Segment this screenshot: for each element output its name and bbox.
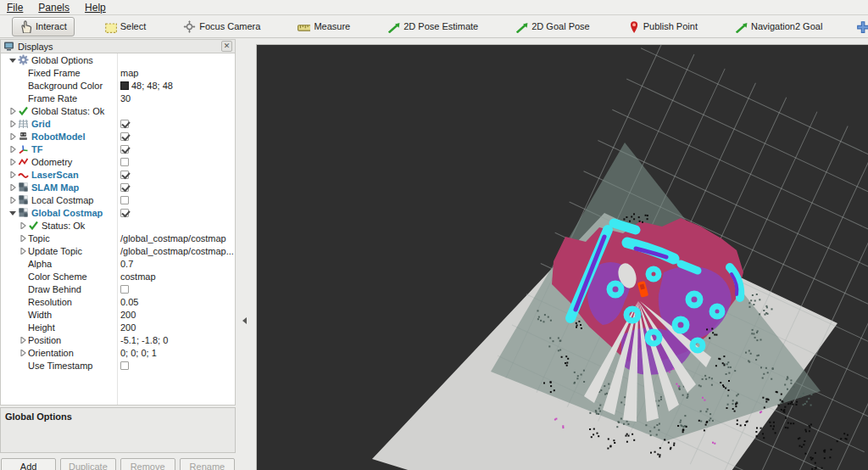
property-value[interactable]: 200	[120, 322, 136, 333]
tree-row-odometry[interactable]: Odometry	[1, 155, 235, 168]
menu-help[interactable]: Help	[85, 2, 106, 14]
tree-row-status-ok[interactable]: Status: Ok	[1, 219, 235, 232]
tool-select[interactable]: Select	[97, 17, 154, 36]
pose-arrow-icon	[735, 20, 748, 33]
property-value[interactable]	[120, 132, 129, 141]
tree-row-slam-map[interactable]: SLAM Map	[1, 181, 235, 193]
tool-measure[interactable]: Measure	[290, 17, 358, 36]
property-value[interactable]	[120, 183, 129, 192]
3d-viewport[interactable]	[256, 44, 868, 470]
tree-row-topic[interactable]: Topic/global_costmap/costmap	[1, 232, 235, 244]
property-value[interactable]: map	[120, 68, 138, 78]
property-value[interactable]	[120, 209, 129, 217]
checkbox-unchecked[interactable]	[120, 361, 129, 370]
checkbox-unchecked[interactable]	[120, 285, 129, 294]
rename-button[interactable]: Rename	[180, 458, 235, 470]
collapse-panel-icon[interactable]	[242, 317, 247, 324]
value-text: 0; 0; 0; 1	[120, 348, 157, 358]
tree-row-background-color[interactable]: Background Color48; 48; 48	[1, 79, 235, 92]
tool-navigation2-goal[interactable]: Navigation2 Goal	[727, 17, 830, 36]
property-value[interactable]: 30	[120, 93, 131, 104]
checkbox-checked[interactable]	[120, 209, 129, 217]
tree-row-laserscan[interactable]: LaserScan	[1, 168, 235, 181]
tree-row-global-costmap[interactable]: Global Costmap	[1, 206, 235, 219]
property-value[interactable]: /global_costmap/costmap...	[120, 246, 234, 256]
checkbox-checked[interactable]	[120, 183, 129, 192]
checkbox-unchecked[interactable]	[120, 158, 129, 166]
tree-row-draw-behind[interactable]: Draw Behind	[1, 283, 235, 295]
property-value[interactable]: 0.05	[120, 297, 138, 307]
tree-row-width[interactable]: Width200	[1, 308, 235, 321]
expander-closed-icon[interactable]	[8, 120, 18, 127]
expander-closed-icon[interactable]	[8, 146, 18, 153]
laserscan-icon	[18, 169, 29, 180]
tree-row-color-scheme[interactable]: Color Schemecostmap	[1, 270, 235, 283]
property-value[interactable]	[120, 145, 129, 154]
color-swatch	[120, 81, 129, 90]
property-value[interactable]: 200	[120, 310, 136, 320]
checkbox-checked[interactable]	[120, 145, 129, 154]
map-icon	[18, 194, 29, 205]
tree-row-position[interactable]: Position-5.1; -1.8; 0	[1, 333, 235, 346]
tree-row-global-status-ok[interactable]: Global Status: Ok	[1, 104, 235, 117]
property-value[interactable]: 0; 0; 0; 1	[120, 348, 157, 358]
checkbox-unchecked[interactable]	[120, 196, 129, 204]
tool-2d-pose-estimate[interactable]: 2D Pose Estimate	[380, 17, 486, 36]
expander-open-icon[interactable]	[8, 210, 18, 216]
add-button[interactable]: Add	[1, 458, 56, 470]
property-value[interactable]	[120, 171, 129, 179]
add-tool-button[interactable]	[852, 17, 868, 36]
displays-panel: Displays ✕ Global OptionsFixed FramemapB…	[0, 39, 236, 470]
checkbox-checked[interactable]	[120, 120, 129, 128]
expander-closed-icon[interactable]	[18, 248, 28, 255]
property-value[interactable]: 48; 48; 48	[120, 81, 173, 91]
property-value[interactable]	[120, 361, 129, 370]
menu-file[interactable]: File	[7, 2, 23, 14]
expander-open-icon[interactable]	[8, 57, 18, 64]
remove-button[interactable]: Remove	[120, 458, 175, 470]
tool-label: Publish Point	[643, 21, 698, 31]
tool-publish-point[interactable]: Publish Point	[620, 17, 705, 36]
tree-row-frame-rate[interactable]: Frame Rate30	[1, 92, 235, 104]
tree-row-tf[interactable]: TF	[1, 143, 235, 155]
tree-row-fixed-frame[interactable]: Fixed Framemap	[1, 66, 235, 79]
duplicate-button[interactable]: Duplicate	[60, 458, 115, 470]
expander-closed-icon[interactable]	[18, 222, 28, 229]
expander-closed-icon[interactable]	[8, 197, 18, 204]
menu-panels[interactable]: Panels	[38, 2, 70, 14]
property-value[interactable]: costmap	[120, 271, 156, 282]
expander-closed-icon[interactable]	[18, 337, 28, 344]
property-value[interactable]: -5.1; -1.8; 0	[120, 335, 168, 345]
tree-row-orientation[interactable]: Orientation0; 0; 0; 1	[1, 346, 235, 359]
close-icon[interactable]: ✕	[221, 41, 232, 52]
tree-row-robotmodel[interactable]: RobotModel	[1, 130, 235, 143]
property-value[interactable]	[120, 158, 129, 166]
tree-row-height[interactable]: Height200	[1, 321, 235, 333]
checkbox-checked[interactable]	[120, 132, 129, 141]
expander-closed-icon[interactable]	[8, 133, 18, 140]
property-value[interactable]: /global_costmap/costmap	[120, 233, 226, 243]
tree-row-global-options[interactable]: Global Options	[1, 53, 235, 66]
tool-interact[interactable]: Interact	[12, 17, 75, 36]
expander-closed-icon[interactable]	[8, 159, 18, 165]
panel-splitter[interactable]	[236, 39, 256, 470]
expander-closed-icon[interactable]	[18, 350, 28, 356]
property-value[interactable]: 0.7	[120, 259, 133, 269]
property-value[interactable]	[120, 285, 129, 294]
property-value[interactable]	[120, 120, 129, 128]
expander-closed-icon[interactable]	[8, 171, 18, 178]
expander-closed-icon[interactable]	[18, 235, 28, 242]
expander-closed-icon[interactable]	[8, 108, 18, 115]
checkbox-checked[interactable]	[120, 171, 129, 179]
tree-row-grid[interactable]: Grid	[1, 117, 235, 130]
toolbar: InteractSelectFocus CameraMeasure2D Pose…	[0, 15, 868, 38]
tree-row-local-costmap[interactable]: Local Costmap	[1, 193, 235, 206]
expander-closed-icon[interactable]	[8, 184, 18, 191]
property-value[interactable]	[120, 196, 129, 204]
tree-row-alpha[interactable]: Alpha0.7	[1, 257, 235, 270]
tree-row-resolution[interactable]: Resolution0.05	[1, 295, 235, 308]
tool-2d-goal-pose[interactable]: 2D Goal Pose	[508, 17, 597, 36]
tree-row-use-timestamp[interactable]: Use Timestamp	[1, 359, 235, 372]
tree-row-update-topic[interactable]: Update Topic/global_costmap/costmap...	[1, 244, 235, 257]
tool-focus-camera[interactable]: Focus Camera	[175, 17, 268, 36]
